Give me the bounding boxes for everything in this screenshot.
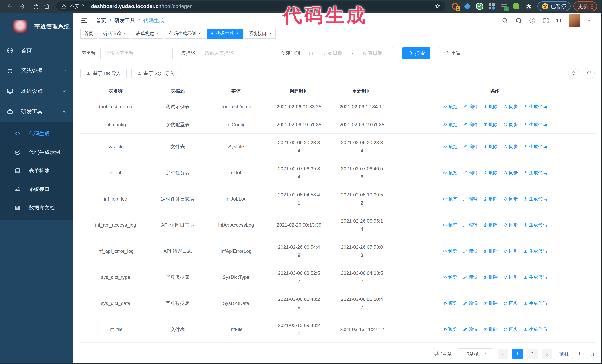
goto-page-input[interactable] — [572, 349, 587, 359]
collapse-sidebar-icon[interactable] — [80, 17, 88, 24]
action-sync[interactable]: 同步 — [503, 143, 518, 151]
action-preview[interactable]: 预览 — [443, 221, 457, 229]
tab-首页[interactable]: 首页 — [80, 29, 97, 39]
action-edit[interactable]: 编辑 — [463, 121, 478, 129]
tab-链路追踪[interactable]: 链路追踪× — [99, 29, 130, 39]
reset-button[interactable]: 重置 — [438, 47, 466, 59]
github-icon[interactable] — [515, 17, 522, 24]
app-logo-row[interactable]: 芋道管理系统 — [0, 13, 73, 40]
action-delete[interactable]: 删除 — [483, 169, 498, 177]
tab-代码生成[interactable]: 代码生成× — [207, 29, 243, 39]
action-generate[interactable]: 生成代码 — [524, 143, 547, 151]
gem-extension-icon[interactable] — [464, 3, 471, 10]
action-generate[interactable]: 生成代码 — [524, 103, 547, 111]
action-edit[interactable]: 编辑 — [463, 195, 478, 203]
next-page-button[interactable]: › — [542, 349, 552, 359]
action-sync[interactable]: 同步 — [503, 195, 518, 203]
action-preview[interactable]: 预览 — [443, 325, 457, 333]
switch-extension-icon[interactable]: on — [500, 3, 508, 10]
toggle-search-button[interactable] — [568, 68, 579, 79]
browser-update-button[interactable]: 更新 — [573, 1, 597, 11]
sidebar-item-home[interactable]: 首页 — [0, 40, 73, 61]
action-delete[interactable]: 删除 — [483, 299, 498, 307]
action-preview[interactable]: 预览 — [443, 247, 457, 255]
action-preview[interactable]: 预览 — [443, 299, 457, 307]
browser-menu-icon[interactable] — [591, 4, 592, 9]
page-button-1[interactable]: 1 — [512, 349, 523, 359]
puzzle-extensions-icon[interactable] — [525, 3, 532, 10]
sidebar-subitem-codegen[interactable]: 代码生成 — [0, 125, 73, 143]
tab-close-icon[interactable]: × — [198, 31, 201, 36]
action-generate[interactable]: 生成代码 — [524, 325, 547, 333]
action-edit[interactable]: 编辑 — [463, 143, 478, 151]
action-sync[interactable]: 同步 — [503, 103, 518, 111]
sidebar-subitem-form-builder[interactable]: 表单构建 — [0, 161, 73, 180]
action-preview[interactable]: 预览 — [443, 195, 457, 203]
action-preview[interactable]: 预览 — [443, 273, 457, 281]
check-extension-icon[interactable] — [476, 3, 483, 10]
action-delete[interactable]: 删除 — [483, 273, 498, 281]
page-button-2[interactable]: 2 — [527, 349, 538, 359]
action-delete[interactable]: 删除 — [483, 143, 498, 151]
grid-extension-icon[interactable] — [488, 3, 495, 10]
address-bar[interactable]: 不安全 dashboard.yudao.iocoder.cn/tool/code… — [56, 1, 445, 11]
action-generate[interactable]: 生成代码 — [524, 273, 547, 281]
bookmark-star-icon[interactable] — [435, 3, 441, 9]
tab-close-icon[interactable]: × — [269, 31, 272, 36]
action-generate[interactable]: 生成代码 — [524, 299, 547, 307]
breadcrumb-item[interactable]: 研发工具 — [115, 17, 135, 24]
action-preview[interactable]: 预览 — [443, 121, 457, 129]
action-delete[interactable]: 删除 — [483, 247, 498, 255]
action-edit[interactable]: 编辑 — [463, 221, 478, 229]
breadcrumb-item[interactable]: 代码生成 — [143, 17, 164, 24]
action-sync[interactable]: 同步 — [503, 247, 518, 255]
action-edit[interactable]: 编辑 — [463, 299, 478, 307]
action-edit[interactable]: 编辑 — [463, 247, 478, 255]
action-edit[interactable]: 编辑 — [463, 325, 478, 333]
date-range-picker[interactable]: 开始日期 - 结束日期 — [304, 47, 393, 59]
tab-close-icon[interactable]: × — [124, 31, 126, 36]
action-sync[interactable]: 同步 — [503, 121, 518, 129]
action-sync[interactable]: 同步 — [503, 325, 518, 333]
action-preview[interactable]: 预览 — [443, 143, 457, 151]
table-desc-input[interactable] — [200, 47, 272, 59]
action-edit[interactable]: 编辑 — [463, 273, 478, 281]
sidebar-subitem-db-doc[interactable]: 数据库文档 — [0, 198, 73, 217]
sidebar-subitem-system-api[interactable]: 系统接口 — [0, 180, 73, 198]
browser-home-button[interactable] — [42, 1, 52, 11]
action-preview[interactable]: 预览 — [443, 169, 457, 177]
browser-reload-button[interactable] — [29, 1, 40, 11]
browser-back-button[interactable] — [5, 1, 15, 11]
action-delete[interactable]: 删除 — [483, 221, 498, 229]
action-sync[interactable]: 同步 — [503, 273, 518, 281]
sidebar-item-devtools[interactable]: 研发工具 — [0, 102, 73, 122]
import-sql-button[interactable]: 基于 SQL 导入 — [131, 68, 180, 79]
adblock-extension-icon[interactable]: 1 — [452, 3, 459, 10]
tab-表单构建[interactable]: 表单构建× — [132, 29, 163, 39]
action-generate[interactable]: 生成代码 — [524, 247, 547, 255]
action-generate[interactable]: 生成代码 — [524, 195, 547, 203]
action-delete[interactable]: 删除 — [483, 121, 498, 129]
action-generate[interactable]: 生成代码 — [524, 169, 547, 177]
action-edit[interactable]: 编辑 — [463, 169, 478, 177]
action-generate[interactable]: 生成代码 — [524, 121, 547, 129]
action-generate[interactable]: 生成代码 — [524, 221, 547, 229]
action-delete[interactable]: 删除 — [483, 195, 498, 203]
avatar-caret-down-icon[interactable] — [587, 18, 592, 23]
sidebar-subitem-codegen-example[interactable]: 代码生成示例 — [0, 143, 73, 161]
android-extension-icon[interactable] — [513, 3, 520, 10]
breadcrumb-item[interactable]: 首页 — [96, 17, 106, 24]
tab-系统接口[interactable]: 系统接口× — [245, 29, 276, 39]
action-sync[interactable]: 同步 — [503, 299, 518, 307]
import-db-button[interactable]: 基于 DB 导入 — [80, 68, 127, 79]
refresh-table-button[interactable] — [584, 68, 595, 79]
action-delete[interactable]: 删除 — [483, 325, 498, 333]
prev-page-button[interactable]: ‹ — [497, 349, 508, 359]
browser-forward-button[interactable] — [17, 1, 27, 11]
user-avatar[interactable] — [569, 14, 580, 27]
action-edit[interactable]: 编辑 — [463, 103, 478, 111]
search-icon[interactable] — [502, 17, 508, 24]
action-preview[interactable]: 预览 — [443, 103, 457, 111]
font-size-icon[interactable]: tT — [556, 17, 562, 24]
search-button[interactable]: 搜索 — [402, 47, 430, 59]
